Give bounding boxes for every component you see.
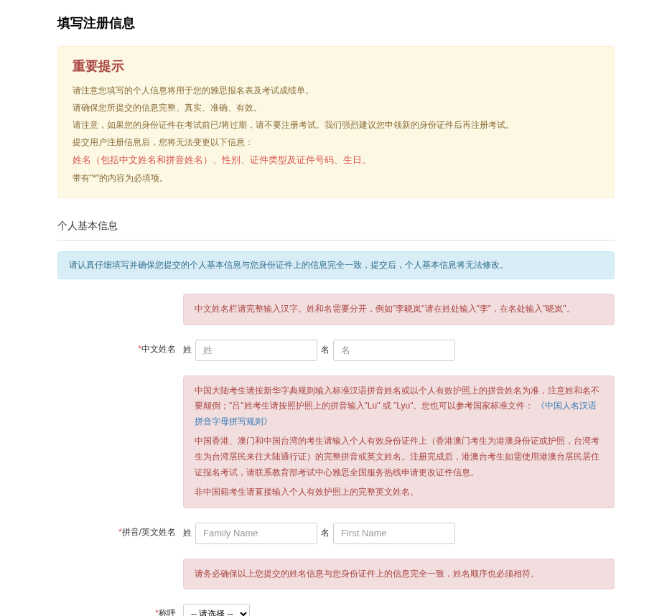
section-title: 个人基本信息 [57,213,615,241]
family-sublabel: 姓 [183,344,192,356]
given-sublabel: 名 [321,344,330,356]
pinyin-name-hint: 中国大陆考生请按新华字典规则输入标准汉语拼音姓名或以个人有效护照上的拼音姓名为准… [183,375,615,508]
pinyin-family-name-input[interactable] [195,523,317,544]
name-consistency-hint: 请务必确保以上您提交的姓名信息与您身份证件上的信息完全一致，姓名顺序也必须相符。 [183,559,615,590]
important-line-4: 提交用户注册信息后，您将无法变更以下信息： [73,134,599,151]
pinyin-given-sublabel: 名 [321,527,330,539]
important-title: 重要提示 [73,57,599,75]
chinese-family-name-input[interactable] [195,340,317,361]
salutation-row: *称呼 -- 请选择 -- [57,604,615,616]
important-line-3: 请注意，如果您的身份证件在考试前已/将过期，请不要注册考试。我们强烈建议您申领新… [73,116,599,134]
important-line-5: 姓名（包括中文姓名和拼音姓名）、性别、证件类型及证件号码、生日。 [73,151,599,169]
page-title: 填写注册信息 [57,14,615,32]
important-line-2: 请确保您所提交的信息完整、真实、准确、有效。 [73,99,599,116]
info-alert: 请认真仔细填写并确保您提交的个人基本信息与您身份证件上的信息完全一致，提交后，个… [57,251,615,279]
pinyin-family-sublabel: 姓 [183,527,192,539]
salutation-label: *称呼 [57,604,183,616]
important-line-6: 带有"*"的内容为必填项。 [73,169,599,187]
chinese-given-name-input[interactable] [333,340,455,361]
chinese-name-hint: 中文姓名栏请完整输入汉字。姓和名需要分开，例如"李晓岚"请在姓处输入"李"，在名… [183,294,615,325]
pinyin-name-label: *拼音/英文姓名 [57,523,183,538]
salutation-select[interactable]: -- 请选择 -- [183,604,250,616]
pinyin-name-row: *拼音/英文姓名 姓 名 [57,523,615,544]
chinese-name-row: *中文姓名 姓 名 [57,340,615,361]
pinyin-given-name-input[interactable] [333,523,455,544]
chinese-name-label: *中文姓名 [57,340,183,355]
registration-form: 填写注册信息 重要提示 请注意您填写的个人信息将用于您的雅思报名表及考试成绩单。… [0,0,672,616]
important-line-1: 请注意您填写的个人信息将用于您的雅思报名表及考试成绩单。 [73,82,599,99]
important-notice: 重要提示 请注意您填写的个人信息将用于您的雅思报名表及考试成绩单。 请确保您所提… [57,46,615,198]
